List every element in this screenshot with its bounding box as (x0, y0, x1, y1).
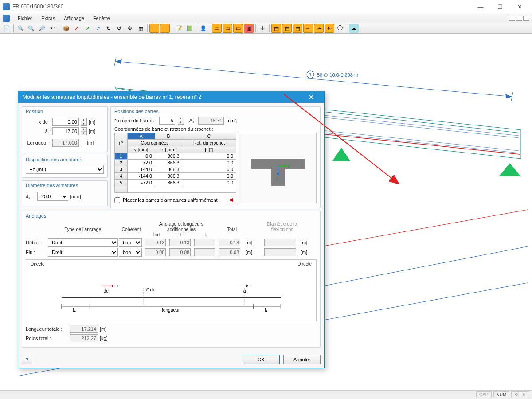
select-fin-coherent[interactable]: bon (119, 248, 142, 257)
menu-affichage[interactable]: Affichage (59, 15, 89, 22)
mdi-minimize-icon[interactable] (509, 16, 515, 21)
close-button[interactable]: ✕ (510, 0, 529, 13)
input-fin-l1[interactable] (169, 248, 191, 256)
tb-b5-icon[interactable]: ⇢ (314, 24, 324, 33)
tb-info-icon[interactable]: ⓘ (335, 24, 345, 33)
select-debut-type[interactable]: Droit (48, 238, 118, 247)
select-diametre[interactable]: 20.0 (37, 192, 68, 201)
input-fin-lbd[interactable] (145, 248, 166, 256)
statusbar: CAP NUM SCRL (0, 390, 532, 399)
input-debut-total (219, 239, 240, 246)
tb-new-icon[interactable]: 📄 (2, 24, 12, 33)
table-row: 3144.0366.30.0 (115, 166, 236, 173)
svg-marker-15 (499, 163, 521, 176)
tb-g1-icon[interactable]: ▭ (212, 24, 222, 33)
tb-axis-icon[interactable]: ✛ (258, 24, 267, 33)
svg-text:à: à (243, 289, 246, 293)
tb-zoom-window-icon[interactable]: 🔍 (16, 24, 25, 33)
tb-zoom-in-icon[interactable]: 🔍 (26, 24, 36, 33)
spinner-nombre[interactable]: ▲▼ (178, 117, 184, 125)
status-num: NUM (493, 391, 510, 398)
tb-rotate-cw-icon[interactable]: ↻ (104, 24, 113, 33)
tb-render1-icon[interactable] (149, 24, 159, 33)
input-debut-l1[interactable] (169, 239, 191, 246)
menu-fichier[interactable]: Fichier (13, 15, 37, 22)
titlebar: FB 600/1500/180/360 — ☐ ✕ (0, 0, 532, 13)
svg-marker-1 (115, 59, 122, 64)
input-debut-dbr (264, 239, 296, 246)
tb-box-icon[interactable]: ▦ (136, 24, 145, 33)
mdi-close-icon[interactable] (523, 16, 529, 21)
input-fin-dbr (264, 248, 296, 256)
svg-text:y: y (288, 164, 290, 168)
mdi-restore-icon[interactable] (516, 16, 522, 21)
toolbar: 📄 🔍 🔍 🔎 ↶ 📦 ↗ ↗ ↗ ↻ ↺ ✥ ▦ 📝 📗 👤 ▭ ▭ ▭ ▥ … (0, 23, 532, 34)
menu-fenetre[interactable]: Fenêtre (89, 15, 114, 22)
input-debut-lbd[interactable] (145, 239, 166, 246)
tb-b1-icon[interactable]: ▤ (271, 24, 281, 33)
tb-view-z-icon[interactable]: ↗ (93, 24, 103, 33)
svg-text:de: de (104, 289, 109, 293)
help-button[interactable]: ? (22, 355, 32, 364)
tb-g3-icon[interactable]: ▭ (233, 24, 243, 33)
select-debut-coherent[interactable]: bon (119, 238, 142, 247)
tb-render2-icon[interactable] (160, 24, 170, 33)
tb-g4-icon[interactable]: ▥ (244, 24, 254, 33)
table-row: 4-144.0366.30.0 (115, 173, 236, 180)
tb-note-icon[interactable]: 📝 (174, 24, 184, 33)
tb-view-y-icon[interactable]: ↗ (82, 24, 92, 33)
section-preview: y z (239, 133, 317, 203)
dialog-close-button[interactable]: ✕ (302, 91, 320, 103)
checkbox-uniform[interactable] (114, 197, 120, 203)
input-x-a[interactable] (52, 127, 79, 135)
delete-button[interactable]: ✖ (227, 196, 236, 204)
tb-rotate-ccw-icon[interactable]: ↺ (114, 24, 124, 33)
minimize-button[interactable]: — (471, 0, 490, 13)
menu-extras[interactable]: Extras (37, 15, 59, 22)
tb-view-x-icon[interactable]: ↗ (72, 24, 82, 33)
app-icon (3, 3, 10, 10)
svg-text:l₁: l₁ (265, 308, 267, 313)
maximize-button[interactable]: ☐ (490, 0, 510, 13)
input-fin-l2 (194, 248, 215, 256)
tb-book-icon[interactable]: 📗 (184, 24, 194, 33)
dialog-titlebar[interactable]: Modifier les armatures longitudinales - … (18, 91, 324, 103)
tb-b4-icon[interactable]: ↔ (303, 24, 313, 33)
tb-move-icon[interactable]: ✥ (125, 24, 135, 33)
tb-g2-icon[interactable]: ▭ (223, 24, 232, 33)
tb-zoom-prev-icon[interactable]: ↶ (47, 24, 57, 33)
input-nombre-barres[interactable] (159, 117, 175, 125)
tb-person-icon[interactable]: 👤 (198, 24, 208, 33)
group-disposition: Disposition des armatures +z (inf.) (22, 155, 108, 178)
spinner-x-de[interactable]: ▲▼ (81, 118, 87, 126)
input-x-de[interactable] (52, 118, 79, 126)
group-diametre: Diamètre des armatures dₛ : 20.0 [mm] (22, 180, 108, 206)
group-position: Position x de : ▲▼ [m] à : ▲▼ [m] (22, 106, 108, 152)
svg-marker-24 (112, 285, 114, 287)
tb-b6-icon[interactable]: ⇠ (325, 24, 334, 33)
input-poids-total (70, 334, 98, 342)
tb-view-iso-icon[interactable]: 📦 (61, 24, 71, 33)
ok-button[interactable]: OK (243, 355, 280, 364)
app-menu-icon (3, 15, 10, 22)
annotation-number: 1 (309, 72, 312, 77)
cancel-button[interactable]: Annuler (283, 355, 321, 364)
table-coordonnees[interactable]: n° A B C Coordonnées Rot. du crochet (114, 133, 236, 193)
spinner-x-a[interactable]: ▲▼ (81, 127, 87, 135)
dialog-title: Modifier les armatures longitudinales - … (23, 94, 302, 100)
input-debut-l2 (194, 239, 215, 246)
tb-b2-icon[interactable]: ▤ (282, 24, 292, 33)
tb-b3-icon[interactable]: ▤ (293, 24, 302, 33)
input-longueur-totale (70, 325, 98, 333)
table-row: 5-72.0366.30.0 (115, 180, 236, 186)
annotation-text: 58 ∅ 10.0-0.298 m (317, 72, 358, 78)
mdi-controls (509, 16, 529, 21)
menubar: Fichier Extras Affichage Fenêtre (0, 13, 532, 23)
table-row: 272.0366.30.0 (115, 160, 236, 166)
svg-marker-14 (332, 148, 350, 161)
tb-zoom-out-icon[interactable]: 🔎 (37, 24, 47, 33)
tb-sky-icon[interactable]: ☁ (349, 24, 359, 33)
input-as (198, 117, 224, 125)
select-fin-type[interactable]: Droit (48, 248, 118, 257)
select-disposition[interactable]: +z (inf.) (26, 165, 104, 174)
